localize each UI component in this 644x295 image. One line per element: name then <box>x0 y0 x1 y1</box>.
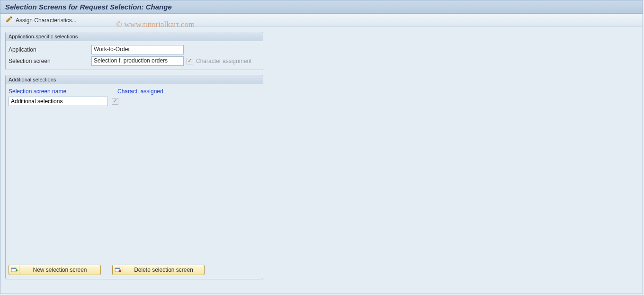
svg-rect-3 <box>115 268 120 269</box>
sap-window: Selection Screens for Request Selection:… <box>0 0 643 294</box>
new-selection-screen-label: New selection screen <box>19 267 100 273</box>
col-header-name: Selection screen name <box>9 88 117 95</box>
character-assignment-label: Character assignment <box>196 58 251 64</box>
group-title-app: Application-specific selections <box>6 32 263 41</box>
content-area: Application-specific selections Applicat… <box>0 27 643 289</box>
pencil-icon <box>5 16 13 25</box>
delete-selection-screen-button[interactable]: Delete selection screen <box>112 265 205 275</box>
toolbar: Assign Characteristics... <box>0 14 643 27</box>
group-additional-selections: Additional selections Selection screen n… <box>5 75 263 279</box>
col-header-assigned: Charact. assigned <box>117 88 188 95</box>
application-field[interactable]: Work-to-Order <box>91 45 184 54</box>
assigned-checkbox <box>112 98 118 105</box>
create-icon <box>9 265 19 275</box>
delete-selection-screen-label: Delete selection screen <box>123 267 204 273</box>
character-assignment-checkbox <box>187 58 193 64</box>
delete-icon <box>113 265 123 275</box>
page-title: Selection Screens for Request Selection:… <box>0 0 643 14</box>
svg-rect-1 <box>11 268 16 269</box>
selection-screen-label: Selection screen <box>9 58 91 64</box>
group-application-specific: Application-specific selections Applicat… <box>5 32 263 70</box>
selection-screen-field[interactable]: Selection f. production orders <box>91 56 184 66</box>
selection-screen-name-input[interactable] <box>9 97 108 106</box>
group-title-additional: Additional selections <box>6 75 263 84</box>
assign-characteristics-button[interactable]: Assign Characteristics... <box>16 17 77 24</box>
table-row <box>9 97 260 106</box>
application-label: Application <box>9 46 91 53</box>
new-selection-screen-button[interactable]: New selection screen <box>9 265 101 275</box>
